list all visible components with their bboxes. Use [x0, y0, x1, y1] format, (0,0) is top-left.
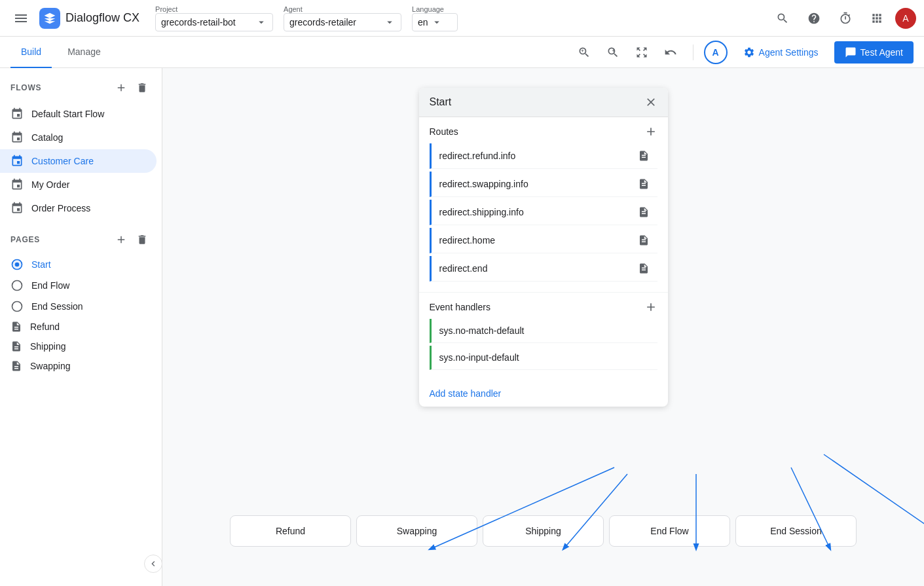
fit-screen-button[interactable]: [630, 41, 654, 64]
event-label: sys.no-input-default: [439, 352, 650, 363]
menu-icon[interactable]: [8, 5, 34, 31]
route-item-2[interactable]: redirect.shipping.info: [430, 200, 657, 225]
add-page-button[interactable]: [112, 230, 130, 249]
flow-icon: [10, 131, 24, 144]
agent-dropdown-group: Agent grecords-retailer: [284, 5, 401, 31]
sidebar-item-flow-2[interactable]: Customer Care: [0, 149, 157, 173]
route-icon: [638, 150, 650, 162]
page-label: Start: [31, 259, 51, 270]
language-dropdown[interactable]: en: [412, 13, 458, 31]
timer-button[interactable]: [832, 5, 859, 31]
sidebar-item-page-3[interactable]: Refund: [0, 317, 162, 337]
user-avatar[interactable]: A: [895, 8, 916, 29]
delete-page-button[interactable]: [133, 230, 151, 249]
page-label: End Flow: [31, 280, 69, 291]
add-event-button[interactable]: [644, 301, 657, 314]
delete-flow-button[interactable]: [133, 79, 151, 97]
tab-manage[interactable]: Manage: [57, 37, 111, 68]
route-icon: [638, 178, 650, 190]
sidebar-item-flow-3[interactable]: My Order: [0, 173, 157, 196]
language-value: en: [418, 17, 428, 27]
test-agent-button[interactable]: Test Agent: [834, 41, 914, 64]
page-label: End Session: [31, 301, 83, 312]
tab-build[interactable]: Build: [10, 37, 52, 68]
pages-section-title: PAGES: [10, 235, 40, 244]
sidebar-item-page-5[interactable]: Swapping: [0, 356, 162, 376]
route-label: redirect.shipping.info: [439, 207, 638, 217]
pages-section-actions: [112, 230, 151, 249]
test-agent-label: Test Agent: [860, 47, 903, 58]
flow-panel-close-button[interactable]: [644, 96, 657, 109]
route-label: redirect.swapping.info: [439, 179, 638, 189]
agent-avatar-circle: A: [704, 41, 728, 64]
nodes-container: RefundSwappingShippingEnd FlowEnd Sessio…: [162, 515, 924, 547]
flow-panel-body: Routes redirect.refund.info redirect.swa…: [419, 117, 668, 407]
node-end-session[interactable]: End Session: [735, 515, 857, 547]
page-icon: [10, 300, 24, 313]
node-shipping[interactable]: Shipping: [483, 515, 604, 547]
pages-section-header: PAGES: [0, 225, 162, 254]
search-button[interactable]: [769, 5, 796, 31]
topbar-dropdowns: Project grecords-retail-bot Agent grecor…: [155, 5, 458, 31]
zoom-in-button[interactable]: [601, 41, 625, 64]
flow-panel-title: Start: [430, 96, 452, 108]
project-value: grecords-retail-bot: [161, 17, 250, 27]
sidebar-item-page-0[interactable]: Start: [0, 254, 162, 275]
route-item-0[interactable]: redirect.refund.info: [430, 143, 657, 169]
add-state-handler-link[interactable]: Add state handler: [430, 388, 502, 399]
agent-dropdown[interactable]: grecords-retailer: [284, 13, 401, 31]
sidebar-item-page-4[interactable]: Shipping: [0, 337, 162, 356]
route-icon: [638, 234, 650, 246]
page-icon: [10, 360, 22, 372]
node-refund[interactable]: Refund: [230, 515, 351, 547]
svg-point-3: [12, 302, 22, 312]
sidebar-item-flow-0[interactable]: Default Start Flow: [0, 102, 157, 126]
event-item-1[interactable]: sys.no-input-default: [430, 346, 657, 370]
page-icon: [10, 258, 24, 271]
add-route-button[interactable]: [644, 125, 657, 138]
app-title: Dialogflow CX: [65, 11, 139, 25]
flow-icon: [10, 155, 24, 168]
route-item-3[interactable]: redirect.home: [430, 228, 657, 253]
apps-button[interactable]: [864, 5, 890, 31]
flows-section-header: FLOWS: [0, 73, 162, 102]
help-button[interactable]: [801, 5, 827, 31]
logo-icon: [39, 8, 60, 29]
project-dropdown[interactable]: grecords-retail-bot: [155, 13, 273, 31]
page-icon: [10, 321, 22, 333]
agent-label: Agent: [284, 5, 401, 13]
flow-icon: [10, 178, 24, 191]
event-handlers-header: Event handlers: [430, 301, 657, 314]
agent-settings-button[interactable]: Agent Settings: [733, 41, 829, 64]
node-end-flow[interactable]: End Flow: [609, 515, 730, 547]
sidebar: FLOWS Default Start Flow Catalog: [0, 68, 162, 586]
node-swapping[interactable]: Swapping: [356, 515, 477, 547]
sidebar-item-flow-4[interactable]: Order Process: [0, 196, 157, 220]
event-item-0[interactable]: sys.no-match-default: [430, 319, 657, 343]
event-label: sys.no-match-default: [439, 325, 650, 336]
canvas[interactable]: Start Routes redirect.refund.info: [162, 68, 924, 586]
flow-icon: [10, 202, 24, 215]
page-label: Refund: [30, 321, 60, 332]
route-icon: [638, 206, 650, 218]
language-label: Language: [412, 5, 458, 13]
route-label: redirect.end: [439, 263, 638, 274]
zoom-out-button[interactable]: [572, 41, 596, 64]
route-item-4[interactable]: redirect.end: [430, 256, 657, 282]
event-handlers-title: Event handlers: [430, 302, 490, 312]
route-label: redirect.refund.info: [439, 151, 638, 161]
routes-section: Routes redirect.refund.info redirect.swa…: [419, 117, 668, 292]
routes-list: redirect.refund.info redirect.swapping.i…: [430, 143, 657, 282]
flows-section-actions: [112, 79, 151, 97]
sidebar-item-flow-1[interactable]: Catalog: [0, 126, 157, 149]
undo-button[interactable]: [659, 41, 682, 64]
route-item-1[interactable]: redirect.swapping.info: [430, 172, 657, 197]
page-icon: [10, 279, 24, 292]
agent-settings-label: Agent Settings: [759, 47, 819, 58]
main-layout: FLOWS Default Start Flow Catalog: [0, 68, 924, 586]
collapse-sidebar-button[interactable]: [144, 555, 162, 573]
add-state-handler: Add state handler: [419, 380, 668, 407]
add-flow-button[interactable]: [112, 79, 130, 97]
sidebar-item-page-2[interactable]: End Session: [0, 296, 162, 317]
sidebar-item-page-1[interactable]: End Flow: [0, 275, 162, 296]
